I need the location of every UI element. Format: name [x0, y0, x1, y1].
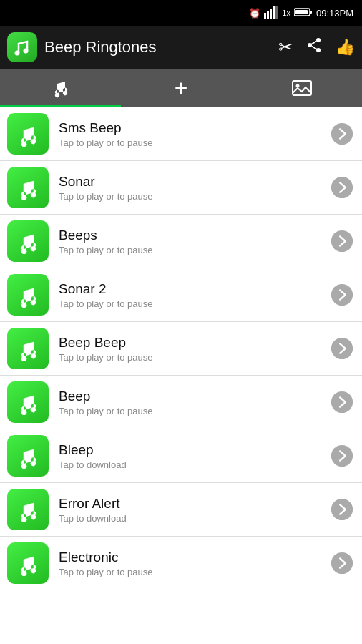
ringtone-info: Sonar Tap to play or to pause	[49, 174, 329, 202]
ringtone-thumb	[7, 167, 49, 208]
svg-rect-7	[310, 11, 312, 14]
list-item[interactable]: Beep Beep Tap to play or to pause	[0, 322, 362, 376]
scissors-button[interactable]: ✂	[278, 37, 293, 57]
ringtone-arrow[interactable]	[329, 443, 355, 469]
svg-rect-1	[267, 11, 269, 19]
ringtone-subtitle: Tap to play or to pause	[59, 298, 329, 309]
tab-music[interactable]	[0, 69, 121, 107]
ringtone-name: Sonar 2	[59, 281, 329, 297]
ringtone-subtitle: Tap to play or to pause	[59, 567, 329, 577]
app-header-left: Beep Ringtones	[7, 32, 157, 62]
ringtone-arrow[interactable]	[329, 121, 355, 147]
ringtone-subtitle: Tap to download	[59, 513, 329, 524]
header-actions: ✂ 👍	[278, 36, 355, 58]
ringtone-subtitle: Tap to play or to pause	[59, 245, 329, 255]
ringtone-subtitle: Tap to play or to pause	[59, 191, 329, 202]
ringtone-info: Bleep Tap to download	[49, 442, 329, 470]
svg-point-24	[331, 499, 353, 520]
svg-point-23	[331, 445, 353, 467]
ringtone-arrow[interactable]	[329, 175, 355, 200]
ringtone-thumb	[7, 381, 49, 423]
ringtone-info: Beep Beep Tap to play or to pause	[49, 335, 329, 363]
ringtone-info: Sonar 2 Tap to play or to pause	[49, 281, 329, 309]
ringtone-arrow[interactable]	[329, 336, 355, 361]
ringtone-arrow[interactable]	[329, 497, 355, 522]
ringtone-thumb	[7, 328, 49, 369]
ringtone-arrow[interactable]	[329, 282, 355, 308]
battery-icon	[294, 7, 313, 19]
app-header: Beep Ringtones ✂ 👍	[0, 26, 362, 69]
time-display: 09:13PM	[316, 8, 353, 19]
svg-point-12	[316, 48, 321, 52]
ringtone-name: Sonar	[59, 174, 329, 190]
svg-point-8	[15, 51, 20, 56]
ringtone-name: Error Alert	[59, 496, 329, 512]
ringtone-thumb	[7, 220, 49, 262]
ringtone-subtitle: Tap to play or to pause	[59, 352, 329, 363]
svg-point-20	[331, 284, 353, 306]
ringtone-thumb	[7, 274, 49, 316]
list-item[interactable]: Sonar 2 Tap to play or to pause	[0, 268, 362, 322]
svg-point-9	[24, 49, 29, 54]
ringtone-info: Error Alert Tap to download	[49, 496, 329, 524]
svg-point-17	[331, 123, 353, 145]
svg-rect-15	[293, 81, 311, 95]
list-item[interactable]: Beeps Tap to play or to pause	[0, 215, 362, 268]
svg-rect-6	[295, 10, 308, 14]
ringtone-arrow[interactable]	[329, 389, 355, 415]
ringtone-name: Sms Beep	[59, 120, 329, 136]
svg-rect-2	[270, 9, 272, 19]
ringtone-info: Beeps Tap to play or to pause	[49, 228, 329, 255]
ringtone-info: Sms Beep Tap to play or to pause	[49, 120, 329, 148]
svg-point-18	[331, 177, 353, 198]
ringtone-thumb	[7, 542, 49, 584]
thumbsup-button[interactable]: 👍	[336, 38, 355, 57]
svg-point-21	[331, 338, 353, 359]
ringtone-name: Bleep	[59, 442, 329, 458]
svg-point-25	[331, 552, 353, 574]
svg-line-14	[312, 42, 317, 44]
ringtone-subtitle: Tap to download	[59, 459, 329, 470]
ringtone-info: Electronic Tap to play or to pause	[49, 550, 329, 577]
svg-line-13	[312, 47, 317, 49]
svg-point-22	[331, 391, 353, 413]
svg-point-10	[316, 38, 321, 42]
status-bar: ⏰ 1x 09:13PM	[0, 0, 362, 26]
ringtone-subtitle: Tap to play or to pause	[59, 137, 329, 148]
ringtone-name: Electronic	[59, 550, 329, 565]
ringtone-info: Beep Tap to play or to pause	[49, 389, 329, 416]
tab-add[interactable]: +	[121, 69, 242, 107]
svg-rect-4	[275, 6, 278, 19]
ringtone-thumb	[7, 489, 49, 530]
network-icon: 1x	[282, 9, 290, 17]
list-item[interactable]: Error Alert Tap to download	[0, 483, 362, 537]
ringtone-arrow[interactable]	[329, 228, 355, 254]
signal-icon	[264, 6, 278, 21]
ringtone-arrow[interactable]	[329, 550, 355, 576]
svg-rect-0	[264, 13, 266, 19]
svg-point-19	[331, 230, 353, 252]
ringtone-name: Beep	[59, 389, 329, 404]
list-item[interactable]: Beep Tap to play or to pause	[0, 376, 362, 429]
ringtone-name: Beep Beep	[59, 335, 329, 351]
alarm-icon: ⏰	[249, 8, 260, 19]
ringtone-name: Beeps	[59, 228, 329, 243]
list-item[interactable]: Sms Beep Tap to play or to pause	[0, 107, 362, 161]
list-item[interactable]: Electronic Tap to play or to pause	[0, 537, 362, 590]
tab-image[interactable]	[241, 69, 362, 107]
svg-rect-3	[273, 6, 275, 19]
list-item[interactable]: Sonar Tap to play or to pause	[0, 161, 362, 215]
ringtone-subtitle: Tap to play or to pause	[59, 406, 329, 416]
list-item[interactable]: Bleep Tap to download	[0, 429, 362, 483]
app-icon	[7, 32, 37, 62]
share-button[interactable]	[305, 36, 323, 58]
svg-point-11	[308, 43, 312, 47]
ringtone-thumb	[7, 113, 49, 155]
ringtone-list: Sms Beep Tap to play or to pause Sonar T…	[0, 107, 362, 644]
ringtone-thumb	[7, 435, 49, 477]
toolbar: +	[0, 69, 362, 107]
status-icons: ⏰ 1x 09:13PM	[249, 6, 353, 21]
app-title: Beep Ringtones	[44, 38, 157, 57]
